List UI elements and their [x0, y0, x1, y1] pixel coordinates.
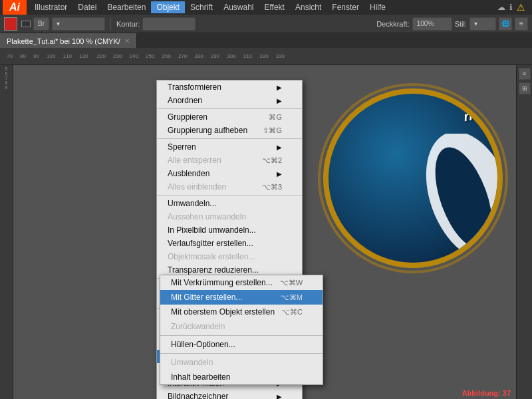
canvas-area: rials Transformieren ▶ Anordnen ▶ Gruppi…	[13, 65, 516, 399]
opacity-value[interactable]: 100%	[412, 17, 452, 31]
menu-item-bearbeiten[interactable]: Bearbeiten	[102, 1, 151, 13]
menu-item-objekt[interactable]: Objekt	[151, 1, 185, 13]
panel-icon-1[interactable]: ≡	[519, 68, 531, 80]
menu-gruppieren[interactable]: Gruppieren ⌘G	[157, 110, 302, 124]
ruler-ticks: 70 80 90 100 110 120 220 230 240 250 260…	[7, 53, 285, 59]
ai-logo: Ai	[3, 0, 27, 15]
panel-icon-2[interactable]: ⊞	[519, 82, 531, 94]
verzerrungshulle-submenu: Mit Verkrümmung erstellen... ⌥⌘W Mit Git…	[160, 275, 323, 385]
active-tab[interactable]: Plakette_Tut.ai* bei 100 % (CMYK/ ✕	[0, 33, 137, 48]
tab-bar: Plakette_Tut.ai* bei 100 % (CMYK/ ✕	[0, 33, 532, 48]
submenu-mit-gitter[interactable]: Mit Gitter erstellen... ⌥⌘M	[160, 290, 323, 305]
menu-bildnachzeichner[interactable]: Bildnachzeichner ▶	[157, 390, 302, 399]
menu-item-datei[interactable]: Datei	[72, 1, 102, 13]
separator-1	[110, 18, 111, 30]
submenu-verkruemmung[interactable]: Mit Verkrümmung erstellen... ⌥⌘W	[160, 275, 323, 290]
menu-bar: Ai Illustrator Datei Bearbeiten Objekt S…	[0, 0, 532, 15]
artwork-area: rials	[310, 68, 509, 374]
menu-item-ansicht[interactable]: Ansicht	[290, 1, 327, 13]
sub-sep-1	[160, 335, 323, 336]
toolbar-row-1: Br ▾ Kontur: Deckkraft: 100% Stil: ▾ 🌐 ≡	[0, 15, 532, 33]
menu-alle-entsperren[interactable]: Alle entsperren ⌥⌘2	[157, 154, 302, 167]
opacity-label: Deckkraft:	[376, 20, 410, 28]
info-icon: ℹ	[509, 3, 513, 12]
fill-swatch[interactable]	[4, 17, 17, 31]
submenu-mit-objekt[interactable]: Mit oberstem Objekt erstellen ⌥⌘C	[160, 305, 323, 319]
menu-pixelbild-umwandeln[interactable]: In Pixelbild umwandeln...	[157, 223, 302, 237]
stil-label: Stil:	[455, 20, 467, 28]
tab-close-button[interactable]: ✕	[124, 37, 130, 45]
align-icon[interactable]: ≡	[515, 17, 528, 31]
menu-aussehen-umwandeln[interactable]: Aussehen umwandeln	[157, 210, 302, 223]
menu-item-effekt[interactable]: Effekt	[259, 1, 289, 13]
sep-3	[157, 195, 302, 196]
menu-sperren[interactable]: Sperren ▶	[157, 140, 302, 154]
menu-gruppierung-aufheben[interactable]: Gruppierung aufheben ⇧⌘G	[157, 124, 302, 137]
menu-item-fenster[interactable]: Fenster	[327, 1, 364, 13]
abbildung-label: Abbildung: 37	[462, 389, 511, 397]
kontur-label: Kontur:	[116, 20, 140, 28]
submenu-zurueckwandeln[interactable]: Zurückwandeln	[160, 319, 323, 334]
menu-item-illustrator[interactable]: Illustrator	[29, 1, 72, 13]
left-ruler: 56789	[0, 65, 13, 399]
status-area: Abbildung: 37	[457, 387, 516, 399]
menu-item-auswahl[interactable]: Auswahl	[218, 1, 259, 13]
globe-icon[interactable]: 🌐	[499, 17, 512, 31]
br-button[interactable]: Br	[33, 17, 49, 31]
kontur-value[interactable]	[142, 17, 196, 31]
menu-ausblenden[interactable]: Ausblenden ▶	[157, 167, 302, 180]
submenu-huellen-optionen[interactable]: Hüllen-Optionen...	[160, 337, 323, 352]
tab-title: Plakette_Tut.ai* bei 100 % (CMYK/	[7, 37, 120, 45]
menu-objektmosaik[interactable]: Objektmosaik erstellen...	[157, 250, 302, 263]
warning-icon: ⚠	[517, 2, 525, 13]
main-area: 56789 rials Transformieren ▶	[0, 65, 532, 399]
cloud-icon: ☁	[497, 3, 505, 12]
stil-dropdown[interactable]: ▾	[469, 17, 496, 31]
left-ruler-ticks: 56789	[0, 65, 13, 91]
stroke-swatch[interactable]	[21, 21, 31, 27]
menu-alles-einblenden[interactable]: Alles einblenden ⌥⌘3	[157, 180, 302, 194]
sep-1	[157, 108, 302, 109]
menu-verlaufsgitter[interactable]: Verlaufsgitter erstellen...	[157, 237, 302, 250]
menu-umwandeln[interactable]: Umwandeln...	[157, 197, 302, 210]
style-dropdown[interactable]: ▾	[52, 17, 105, 31]
right-panel: ≡ ⊞	[516, 65, 532, 399]
menu-anordnen[interactable]: Anordnen ▶	[157, 94, 302, 107]
sep-2	[157, 138, 302, 139]
toolbar-row-2: 70 80 90 100 110 120 220 230 240 250 260…	[0, 48, 532, 65]
submenu-inhalt-bearbeiten[interactable]: Inhalt bearbeiten	[160, 370, 323, 384]
menu-item-hilfe[interactable]: Hilfe	[364, 1, 391, 13]
menu-item-schrift[interactable]: Schrift	[185, 1, 218, 13]
sub-sep-2	[160, 353, 323, 354]
submenu-umwandeln[interactable]: Umwandeln	[160, 355, 323, 370]
menu-transformieren[interactable]: Transformieren ▶	[157, 80, 302, 94]
badge-outer-ring	[318, 83, 508, 273]
